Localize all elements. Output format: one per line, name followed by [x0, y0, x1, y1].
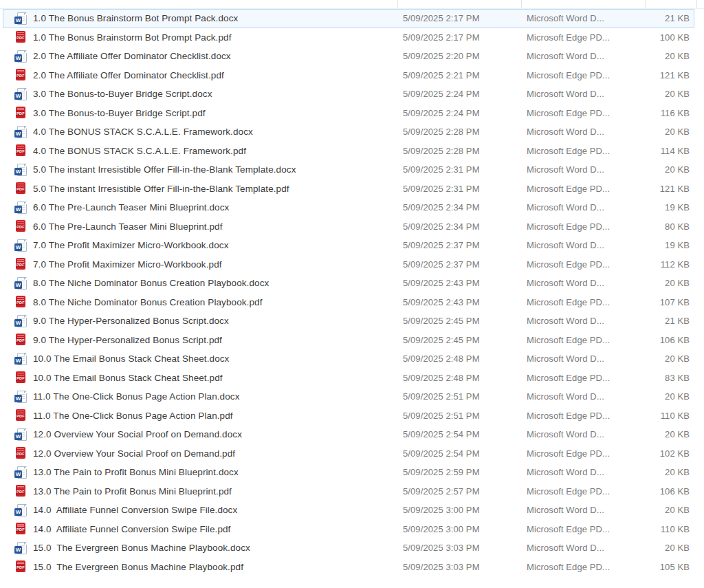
- file-row[interactable]: W 2.0 The Affiliate Offer Dominator Chec…: [3, 47, 694, 66]
- file-size: 20 KB: [645, 543, 690, 553]
- file-row[interactable]: W 14.0 Affiliate Funnel Conversion Swipe…: [3, 501, 694, 520]
- file-row[interactable]: W 9.0 The Hyper-Personalized Bonus Scrip…: [3, 312, 694, 331]
- date-modified: 5/09/2025 3:03 PM: [403, 543, 527, 553]
- word-badge: W: [14, 546, 22, 554]
- file-row[interactable]: PDF 13.0 The Pain to Profit Bonus Mini B…: [3, 482, 694, 501]
- file-row[interactable]: PDF 6.0 The Pre-Launch Teaser Mini Bluep…: [3, 217, 694, 237]
- word-file-icon: W: [14, 314, 27, 328]
- file-name-cell: W 15.0 The Evergreen Bonus Machine Playb…: [14, 541, 403, 555]
- file-name: 2.0 The Affiliate Offer Dominator Checkl…: [33, 70, 224, 80]
- word-badge: W: [14, 206, 22, 213]
- file-name: 4.0 The BONUS STACK S.C.A.L.E. Framework…: [33, 127, 253, 137]
- word-file-icon: W: [14, 201, 27, 215]
- file-row[interactable]: PDF 11.0 The One-Click Bonus Page Action…: [3, 406, 694, 426]
- word-badge: W: [14, 357, 22, 364]
- pdf-label: PDF: [16, 338, 25, 343]
- file-size: 100 KB: [645, 32, 690, 43]
- file-type: Microsoft Edge PD...: [527, 373, 645, 383]
- file-type: Microsoft Word D...: [527, 164, 645, 175]
- file-name-cell: W 7.0 The Profit Maximizer Micro-Workboo…: [14, 239, 403, 252]
- file-row[interactable]: PDF 8.0 The Niche Dominator Bonus Creati…: [3, 293, 694, 312]
- word-file-icon: W: [14, 428, 27, 442]
- date-modified: 5/09/2025 2:28 PM: [403, 127, 527, 137]
- word-file-icon: W: [14, 503, 27, 517]
- pdf-label: PDF: [16, 111, 25, 116]
- word-file-icon: W: [14, 125, 27, 139]
- file-name: 8.0 The Niche Dominator Bonus Creation P…: [33, 297, 263, 307]
- file-row[interactable]: W 12.0 Overview Your Social Proof on Dem…: [3, 425, 694, 444]
- date-modified: 5/09/2025 2:34 PM: [403, 221, 527, 232]
- column-separator[interactable]: [645, 0, 646, 8]
- file-type: Microsoft Edge PD...: [527, 32, 645, 43]
- file-name-cell: W 1.0 The Bonus Brainstorm Bot Prompt Pa…: [14, 12, 403, 25]
- file-row[interactable]: W 5.0 The instant Irresistible Offer Fil…: [3, 160, 694, 179]
- file-row[interactable]: W 13.0 The Pain to Profit Bonus Mini Blu…: [3, 463, 694, 482]
- date-modified: 5/09/2025 2:54 PM: [403, 429, 527, 439]
- file-size: 106 KB: [645, 486, 690, 497]
- file-row[interactable]: PDF 9.0 The Hyper-Personalized Bonus Scr…: [3, 331, 694, 350]
- date-modified: 5/09/2025 2:45 PM: [403, 316, 527, 326]
- word-file-icon: W: [14, 50, 27, 63]
- word-badge: W: [14, 17, 22, 24]
- file-row[interactable]: PDF 14.0 Affiliate Funnel Conversion Swi…: [3, 520, 694, 539]
- file-row[interactable]: PDF 1.0 The Bonus Brainstorm Bot Prompt …: [3, 28, 694, 47]
- column-separator[interactable]: [521, 0, 522, 8]
- file-name-cell: W 3.0 The Bonus-to-Buyer Bridge Script.d…: [14, 87, 403, 101]
- file-row[interactable]: W 1.0 The Bonus Brainstorm Bot Prompt Pa…: [3, 9, 694, 28]
- file-row[interactable]: W 3.0 The Bonus-to-Buyer Bridge Script.d…: [3, 85, 694, 104]
- file-row[interactable]: PDF 5.0 The instant Irresistible Offer F…: [3, 179, 694, 199]
- date-modified: 5/09/2025 2:31 PM: [403, 184, 527, 194]
- pdf-label: PDF: [16, 301, 25, 305]
- file-type: Microsoft Word D...: [527, 505, 645, 515]
- column-separator[interactable]: [696, 0, 697, 8]
- file-type: Microsoft Word D...: [527, 13, 645, 23]
- date-modified: 5/09/2025 2:24 PM: [403, 108, 527, 118]
- file-row[interactable]: W 8.0 The Niche Dominator Bonus Creation…: [3, 274, 694, 293]
- file-row[interactable]: PDF 4.0 The BONUS STACK S.C.A.L.E. Frame…: [3, 142, 694, 161]
- file-type: Microsoft Word D...: [527, 89, 645, 99]
- file-name: 11.0 The One-Click Bonus Page Action Pla…: [33, 411, 233, 421]
- pdf-file-icon: PDF: [14, 371, 27, 384]
- file-row[interactable]: PDF 15.0 The Evergreen Bonus Machine Pla…: [3, 558, 694, 577]
- file-type: Microsoft Word D...: [527, 278, 645, 288]
- file-row[interactable]: PDF 2.0 The Affiliate Offer Dominator Ch…: [3, 66, 694, 85]
- file-row[interactable]: W 7.0 The Profit Maximizer Micro-Workboo…: [3, 236, 694, 255]
- file-size: 19 KB: [645, 202, 690, 213]
- file-type: Microsoft Edge PD...: [527, 524, 645, 534]
- file-row[interactable]: W 15.0 The Evergreen Bonus Machine Playb…: [3, 538, 694, 558]
- file-explorer-window: W 1.0 The Bonus Brainstorm Bot Prompt Pa…: [0, 0, 704, 588]
- file-size: 19 KB: [645, 240, 690, 250]
- file-type: Microsoft Word D...: [527, 51, 645, 61]
- file-size: 21 KB: [645, 13, 690, 23]
- column-separator[interactable]: [397, 0, 398, 8]
- file-type: Microsoft Word D...: [527, 467, 645, 477]
- pdf-file-icon: PDF: [14, 144, 27, 157]
- file-row[interactable]: PDF 3.0 The Bonus-to-Buyer Bridge Script…: [3, 104, 694, 123]
- file-row[interactable]: PDF 7.0 The Profit Maximizer Micro-Workb…: [3, 255, 694, 274]
- file-size: 107 KB: [645, 297, 690, 307]
- date-modified: 5/09/2025 2:48 PM: [403, 373, 527, 383]
- file-name-cell: PDF 10.0 The Email Bonus Stack Cheat She…: [14, 371, 403, 384]
- file-row[interactable]: W 11.0 The One-Click Bonus Page Action P…: [3, 387, 694, 406]
- file-name: 9.0 The Hyper-Personalized Bonus Script.…: [33, 316, 229, 326]
- date-modified: 5/09/2025 2:17 PM: [403, 13, 527, 23]
- file-list: W 1.0 The Bonus Brainstorm Bot Prompt Pa…: [0, 9, 704, 576]
- file-name-cell: PDF 4.0 The BONUS STACK S.C.A.L.E. Frame…: [14, 144, 403, 157]
- file-name: 7.0 The Profit Maximizer Micro-Workbook.…: [33, 240, 229, 250]
- date-modified: 5/09/2025 2:57 PM: [403, 486, 527, 497]
- file-type: Microsoft Edge PD...: [527, 411, 645, 421]
- file-size: 20 KB: [645, 505, 690, 515]
- file-size: 20 KB: [645, 278, 690, 288]
- file-row[interactable]: PDF 10.0 The Email Bonus Stack Cheat She…: [3, 369, 694, 388]
- word-file-icon: W: [14, 276, 27, 290]
- file-row[interactable]: W 10.0 The Email Bonus Stack Cheat Sheet…: [3, 349, 694, 369]
- word-badge: W: [14, 433, 22, 440]
- file-row[interactable]: W 4.0 The BONUS STACK S.C.A.L.E. Framewo…: [3, 122, 694, 142]
- file-name: 13.0 The Pain to Profit Bonus Mini Bluep…: [33, 467, 239, 477]
- file-row[interactable]: W 6.0 The Pre-Launch Teaser Mini Bluepri…: [3, 198, 694, 217]
- file-row[interactable]: PDF 12.0 Overview Your Social Proof on D…: [3, 444, 694, 464]
- word-file-icon: W: [14, 163, 27, 177]
- file-name-cell: W 12.0 Overview Your Social Proof on Dem…: [14, 428, 403, 442]
- file-size: 83 KB: [645, 373, 690, 383]
- date-modified: 5/09/2025 2:51 PM: [403, 411, 527, 421]
